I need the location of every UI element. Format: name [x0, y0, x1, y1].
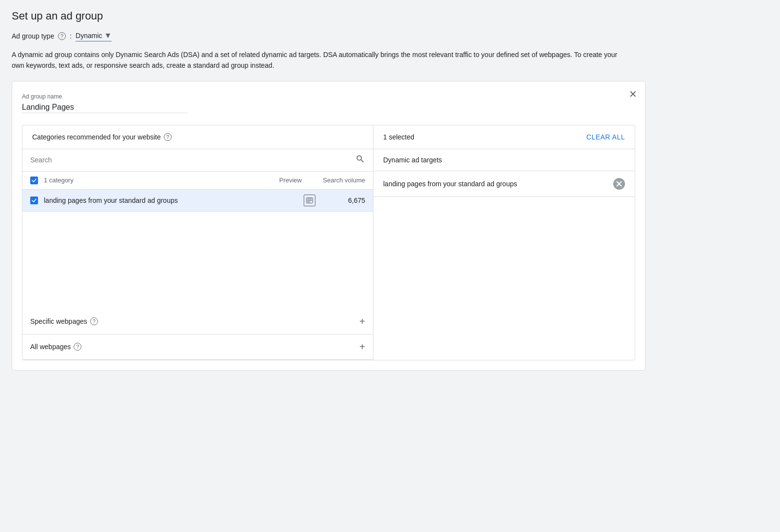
right-panel-header: 1 selected CLEAR ALL: [373, 125, 635, 149]
main-card: ✕ Ad group name Categories recommended f…: [12, 81, 645, 371]
category-count-label: 1 category: [44, 177, 74, 184]
ad-group-type-row: Ad group type ? : Dynamic ▼: [12, 30, 768, 41]
ad-group-name-label: Ad group name: [22, 93, 635, 100]
volume-value: 6,675: [321, 197, 365, 204]
page-title: Set up an ad group: [12, 10, 768, 22]
all-webpages-label-group: All webpages ?: [30, 343, 81, 351]
categories-help-icon[interactable]: ?: [164, 133, 172, 141]
left-panel-header: Categories recommended for your website …: [22, 125, 373, 149]
specific-webpages-label-group: Specific webpages ?: [30, 317, 98, 325]
description-text: A dynamic ad group contains only Dynamic…: [12, 49, 626, 71]
search-icon: [355, 154, 365, 166]
selected-item-text: landing pages from your standard ad grou…: [383, 180, 517, 188]
ad-group-type-value: Dynamic: [76, 32, 102, 39]
search-input[interactable]: [30, 156, 351, 164]
category-item-label: landing pages from your standard ad grou…: [44, 197, 298, 204]
categories-recommended-label: Categories recommended for your website: [32, 133, 161, 141]
selected-count: 1 selected: [383, 133, 414, 141]
all-webpages-help-icon[interactable]: ?: [74, 343, 81, 351]
ad-group-type-dropdown[interactable]: Dynamic ▼: [76, 30, 112, 41]
ad-group-type-label: Ad group type: [12, 32, 54, 40]
dynamic-ad-targets-label: Dynamic ad targets: [373, 149, 635, 171]
search-volume-column-label: Search volume: [321, 177, 365, 184]
preview-column-label: Preview: [279, 177, 302, 184]
category-item-row[interactable]: landing pages from your standard ad grou…: [22, 190, 373, 212]
dropdown-arrow-icon: ▼: [104, 31, 112, 40]
remove-selected-item-button[interactable]: [613, 178, 625, 190]
category-header-labels: 1 category Preview Search volume: [44, 177, 365, 184]
preview-icon[interactable]: [304, 195, 315, 206]
specific-webpages-row[interactable]: Specific webpages ? +: [22, 309, 373, 335]
categories-panel: Categories recommended for your website …: [22, 125, 635, 360]
specific-webpages-label: Specific webpages: [30, 317, 87, 325]
left-panel: Categories recommended for your website …: [22, 125, 373, 360]
category-header-row: 1 category Preview Search volume: [22, 172, 373, 190]
all-webpages-add-icon[interactable]: +: [359, 341, 365, 353]
ad-group-name-section: Ad group name: [22, 93, 635, 113]
category-checkbox[interactable]: [30, 197, 38, 204]
all-webpages-row[interactable]: All webpages ? +: [22, 335, 373, 360]
select-all-checkbox[interactable]: [30, 177, 38, 184]
left-panel-body: [22, 212, 373, 309]
ad-group-name-input[interactable]: [22, 102, 188, 113]
selected-item-row: landing pages from your standard ad grou…: [373, 171, 635, 197]
left-panel-header-left: Categories recommended for your website …: [32, 133, 172, 141]
close-button[interactable]: ✕: [629, 89, 637, 99]
colon: :: [70, 32, 72, 40]
right-panel: 1 selected CLEAR ALL Dynamic ad targets …: [373, 125, 635, 360]
specific-webpages-help-icon[interactable]: ?: [90, 317, 98, 325]
clear-all-button[interactable]: CLEAR ALL: [586, 133, 625, 141]
all-webpages-label: All webpages: [30, 343, 71, 351]
specific-webpages-add-icon[interactable]: +: [359, 316, 365, 327]
search-row: [22, 149, 373, 172]
ad-group-type-help-icon[interactable]: ?: [58, 32, 66, 40]
